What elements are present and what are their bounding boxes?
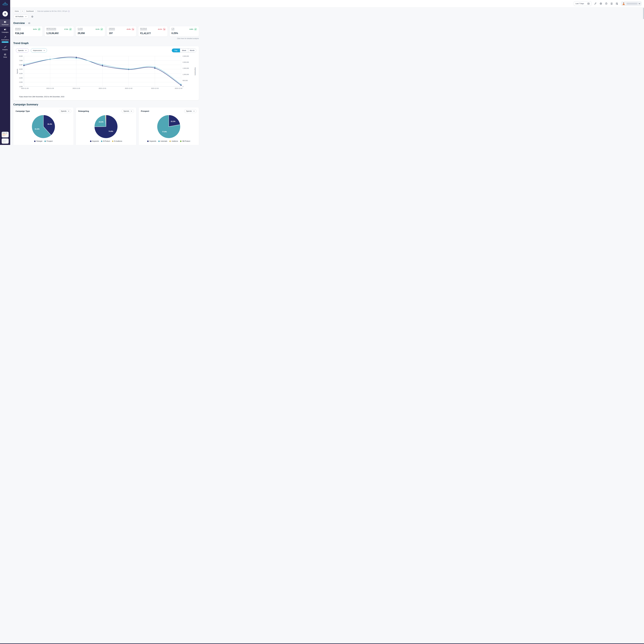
kpi-label: ORDERS	[109, 28, 115, 30]
legend-item-retarget[interactable]: Retarget	[34, 140, 42, 142]
coming-soon-badge: Coming Soon	[2, 41, 9, 43]
sidebar-item-automations[interactable]: AutomationsComing Soon	[0, 35, 10, 44]
legend-item-audience[interactable]: Audience	[169, 140, 178, 142]
granularity-month[interactable]: Month	[188, 49, 196, 52]
legend-item-nb-product[interactable]: NB.Product	[180, 140, 190, 142]
overview-filter-icon[interactable]	[28, 22, 30, 24]
trend-line-chart[interactable]: 1,0002,0003,0004,0005,0006,0007,0008,000…	[16, 54, 196, 94]
kpi-value: ₹38,248	[15, 32, 41, 35]
pie-slice-label: 22.2%	[171, 120, 175, 122]
pie-metric-select[interactable]: Spends	[184, 109, 197, 113]
svg-text:6,000: 6,000	[19, 64, 23, 66]
breadcrumb-separator: >	[21, 10, 24, 13]
kpi-change: 18.2%	[33, 28, 37, 30]
portfolio-label: All Portfolio	[15, 16, 23, 18]
breadcrumb-home[interactable]: Home	[13, 10, 20, 13]
campaign-card-retargeting: RetargetingSpends74.8%24.2%KeywordsB.Pro…	[76, 107, 136, 145]
trend-up-icon	[100, 28, 103, 31]
partner-badges: amazon adsAdvancedpartneramazon | Softwa…	[2, 132, 9, 144]
campaign-summary-cards: Campaign TypeSpends38.4%61.6%RetargetPro…	[13, 107, 199, 145]
svg-text:Spends: Spends	[16, 69, 18, 74]
svg-text:2023-11-28: 2023-11-28	[21, 88, 29, 89]
legend-dot	[169, 141, 171, 142]
legend-item-b-product[interactable]: B.Product	[101, 140, 110, 142]
pie-chart[interactable]: 22.2%77.8%	[156, 114, 181, 139]
trend-down-icon	[131, 28, 134, 31]
trend-graph-title: Trend Graph	[13, 42, 29, 45]
kpi-card-spends[interactable]: SPENDS18.2%₹38,248	[13, 26, 43, 36]
svg-text:2023-12-03: 2023-12-03	[151, 88, 159, 89]
svg-text:8,000: 8,000	[19, 55, 23, 57]
portfolio-settings-gear-icon[interactable]: ⚙	[31, 15, 33, 18]
kpi-card-ctr[interactable]: CTR3.60%0.25%	[170, 26, 199, 36]
svg-text:4,000: 4,000	[19, 73, 23, 74]
pie-slice-label: 38.4%	[47, 123, 52, 125]
kpi-card-clicks[interactable]: CLICKS31.0%29,058	[76, 26, 105, 36]
svg-text:2,000: 2,000	[19, 81, 23, 83]
pie-card-title: Campaign Type	[16, 110, 30, 112]
legend-dot	[158, 141, 160, 142]
legend-item-keywords[interactable]: Keywords	[147, 140, 156, 142]
trend-up-icon	[38, 28, 41, 31]
svg-text:2,500,000: 2,500,000	[183, 55, 189, 57]
trend-controls: SpendsImpressionsDayWeekMonth	[16, 48, 196, 53]
legend-item-b-audience[interactable]: B.Audience	[112, 140, 122, 142]
amazon-ads-partner-badge: amazon adsAdvancedpartner	[2, 132, 9, 137]
svg-text:2023-11-29: 2023-11-29	[46, 88, 54, 89]
svg-text:3,000: 3,000	[19, 77, 23, 79]
kpi-card-revenue[interactable]: REVENUE-15.1%₹1,42,077	[138, 26, 168, 36]
legend-item-keywords[interactable]: Keywords	[90, 140, 99, 142]
pie-chart[interactable]: 74.8%24.2%	[93, 114, 119, 139]
kpi-value: 29,058	[78, 32, 103, 35]
create-new-button[interactable]	[2, 11, 8, 16]
kpi-card-impressions[interactable]: IMPRESSIONS27.0%1,15,06,602	[45, 26, 74, 36]
metric-select-impressions[interactable]: Impressions	[31, 48, 47, 53]
kpi-change: 31.0%	[96, 28, 99, 30]
kpi-change: 27.0%	[64, 28, 68, 30]
sidebar-item-campaigns[interactable]: Campaigns	[0, 27, 10, 35]
granularity-day[interactable]: Day	[172, 49, 180, 52]
granularity-week[interactable]: Week	[180, 49, 188, 52]
legend-dot	[34, 141, 36, 142]
kpi-card-orders[interactable]: ORDERS-23.0%197	[107, 26, 136, 36]
campaign-card-prospect: ProspectSpends22.2%77.8%KeywordsAutomati…	[139, 107, 199, 145]
legend-item-automatic[interactable]: Automatic	[158, 140, 167, 142]
portfolio-select[interactable]: All Portfolio	[13, 15, 29, 19]
svg-text:500,000: 500,000	[183, 80, 188, 81]
legend-dot	[101, 141, 102, 142]
main-content: Home > Dashboard Data last updated at 4t…	[10, 7, 202, 145]
legend-dot	[44, 141, 46, 142]
pie-metric-select[interactable]: Spends	[59, 109, 71, 113]
sidebar-item-analytics[interactable]: Analytics	[0, 44, 10, 52]
kpi-label: CTR	[171, 28, 174, 30]
metric-select-spends[interactable]: Spends	[16, 48, 29, 53]
sliders-icon	[4, 53, 6, 56]
pie-slice-label: 74.8%	[109, 130, 113, 132]
kpi-change: -15.1%	[158, 28, 162, 30]
trend-footnote: *Data shown from 28th November, 2023 to …	[19, 96, 196, 98]
kpi-value: 0.25%	[171, 32, 197, 35]
sidebar-item-label: Dashboard	[2, 24, 8, 25]
pie-chart[interactable]: 38.4%61.6%	[31, 114, 56, 139]
trend-up-icon	[69, 28, 72, 31]
overview-title: Overview	[13, 22, 25, 25]
detailed-analysis-link[interactable]: Click here for detailed analysis	[13, 38, 199, 39]
legend-item-prospect[interactable]: Prospect	[44, 140, 53, 142]
campaign-summary-title: Campaign Summary	[13, 103, 38, 106]
pie-slice-label: 24.2%	[99, 121, 103, 123]
kpi-card-row: SPENDS18.2%₹38,248IMPRESSIONS27.0%1,15,0…	[13, 26, 199, 36]
legend-dot	[90, 141, 91, 142]
sidebar-item-dashboard[interactable]: Dashboard	[0, 19, 10, 27]
app-logo-icon[interactable]	[2, 2, 8, 7]
chevron-down-icon	[25, 16, 27, 17]
svg-text:2023-12-02: 2023-12-02	[125, 88, 132, 89]
kpi-label: CLICKS	[78, 28, 83, 30]
svg-text:1,000: 1,000	[19, 86, 23, 87]
pie-slice-label: 61.6%	[35, 128, 39, 130]
amazon-software-partner-badge: amazon | SoftwarePartner	[2, 138, 9, 144]
pie-metric-select[interactable]: Spends	[122, 109, 134, 113]
breadcrumb-dashboard[interactable]: Dashboard	[25, 10, 35, 13]
granularity-toggle: DayWeekMonth	[172, 48, 196, 52]
sidebar-item-setup[interactable]: Setup	[0, 52, 10, 59]
info-icon[interactable]	[68, 10, 70, 12]
